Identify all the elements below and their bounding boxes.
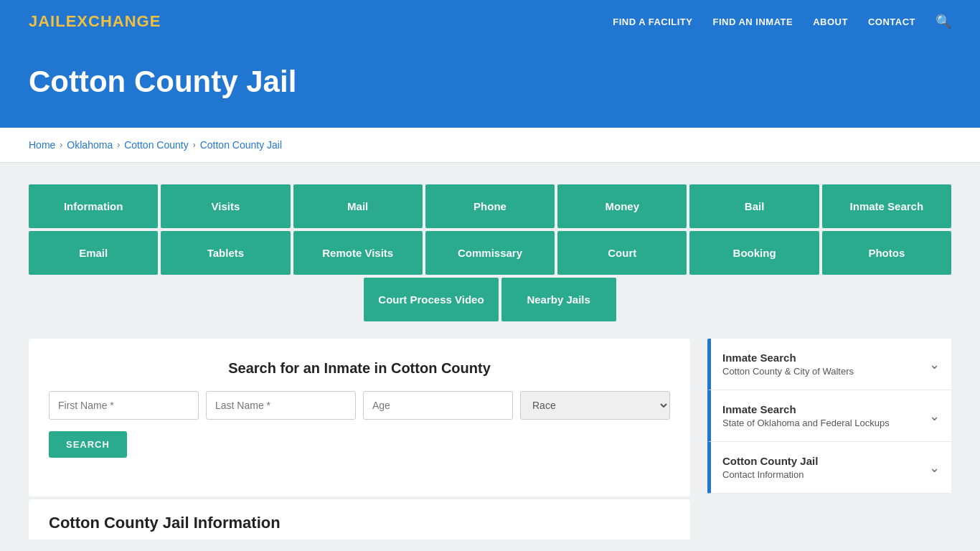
tile-row-3: Court Process Video Nearby Jails: [29, 278, 951, 321]
tile-nearby-jails[interactable]: Nearby Jails: [501, 278, 616, 321]
breadcrumb: Home › Oklahoma › Cotton County › Cotton…: [29, 139, 951, 151]
search-button[interactable]: SEARCH: [49, 431, 127, 458]
tile-court[interactable]: Court: [557, 231, 687, 275]
info-heading-card: Cotton County Jail Information: [29, 499, 690, 540]
search-title: Search for an Inmate in Cotton County: [49, 360, 670, 377]
breadcrumb-oklahoma[interactable]: Oklahoma: [67, 139, 113, 151]
tile-information[interactable]: Information: [29, 184, 158, 228]
hero-section: Cotton County Jail: [0, 43, 980, 128]
main-nav: FIND A FACILITY FIND AN INMATE ABOUT CON…: [613, 14, 951, 29]
inmate-search-card: Search for an Inmate in Cotton County Ra…: [29, 339, 690, 496]
breadcrumb-bar: Home › Oklahoma › Cotton County › Cotton…: [0, 128, 980, 163]
breadcrumb-sep-3: ›: [193, 140, 196, 150]
chevron-down-icon-0: ⌄: [929, 357, 940, 372]
sidebar-item-0-title: Inmate Search: [722, 352, 854, 364]
header: JAILEXCHANGE FIND A FACILITY FIND AN INM…: [0, 0, 980, 43]
tile-money[interactable]: Money: [557, 184, 687, 228]
sidebar-item-1[interactable]: Inmate Search State of Oklahoma and Fede…: [707, 390, 951, 442]
tile-inmate-search[interactable]: Inmate Search: [822, 184, 951, 228]
sidebar-item-2-title: Cotton County Jail: [722, 455, 818, 467]
tile-row-2: Email Tablets Remote Visits Commissary C…: [29, 231, 951, 275]
race-select[interactable]: Race White Black Hispanic Asian Other: [520, 391, 670, 420]
info-heading-title: Cotton County Jail Information: [49, 514, 670, 532]
search-inputs: Race White Black Hispanic Asian Other: [49, 391, 670, 420]
sidebar-item-2[interactable]: Cotton County Jail Contact Information ⌄: [707, 442, 951, 494]
nav-about[interactable]: ABOUT: [813, 17, 848, 27]
sidebar-item-1-title: Inmate Search: [722, 403, 890, 415]
tile-email[interactable]: Email: [29, 231, 158, 275]
first-name-input[interactable]: [49, 391, 199, 420]
tile-booking[interactable]: Booking: [689, 231, 819, 275]
sidebar-item-0[interactable]: Inmate Search Cotton County & City of Wa…: [707, 339, 951, 390]
tile-phone[interactable]: Phone: [425, 184, 555, 228]
sidebar-item-2-subtitle: Contact Information: [722, 469, 818, 480]
tile-photos[interactable]: Photos: [822, 231, 951, 275]
sidebar-item-0-subtitle: Cotton County & City of Walters: [722, 366, 854, 377]
tile-visits[interactable]: Visits: [161, 184, 290, 228]
sidebar-item-1-subtitle: State of Oklahoma and Federal Lockups: [722, 418, 890, 428]
sidebar: Inmate Search Cotton County & City of Wa…: [707, 339, 951, 494]
logo: JAILEXCHANGE: [29, 12, 161, 31]
tile-tablets[interactable]: Tablets: [161, 231, 290, 275]
breadcrumb-home[interactable]: Home: [29, 139, 55, 151]
tile-row-1: Information Visits Mail Phone Money Bail…: [29, 184, 951, 228]
tile-bail[interactable]: Bail: [689, 184, 819, 228]
logo-exchange: EXCHANGE: [66, 12, 161, 30]
tile-court-process-video[interactable]: Court Process Video: [364, 278, 498, 321]
breadcrumb-sep-1: ›: [60, 140, 62, 150]
tile-commissary[interactable]: Commissary: [425, 231, 555, 275]
breadcrumb-sep-2: ›: [117, 140, 120, 150]
page-title: Cotton County Jail: [29, 65, 951, 99]
tile-remote-visits[interactable]: Remote Visits: [293, 231, 423, 275]
last-name-input[interactable]: [206, 391, 356, 420]
breadcrumb-cotton-county-jail[interactable]: Cotton County Jail: [200, 139, 282, 151]
breadcrumb-cotton-county[interactable]: Cotton County: [124, 139, 189, 151]
main-content: Information Visits Mail Phone Money Bail…: [0, 163, 980, 551]
logo-jail: JAIL: [29, 12, 66, 30]
tile-mail[interactable]: Mail: [293, 184, 423, 228]
nav-find-inmate[interactable]: FIND AN INMATE: [712, 17, 793, 27]
two-col-section: Search for an Inmate in Cotton County Ra…: [29, 339, 951, 540]
search-icon-button[interactable]: 🔍: [936, 14, 951, 29]
nav-contact[interactable]: CONTACT: [868, 17, 915, 27]
nav-find-facility[interactable]: FIND A FACILITY: [613, 17, 692, 27]
chevron-down-icon-1: ⌄: [929, 408, 940, 424]
chevron-down-icon-2: ⌄: [929, 460, 940, 476]
age-input[interactable]: [363, 391, 513, 420]
